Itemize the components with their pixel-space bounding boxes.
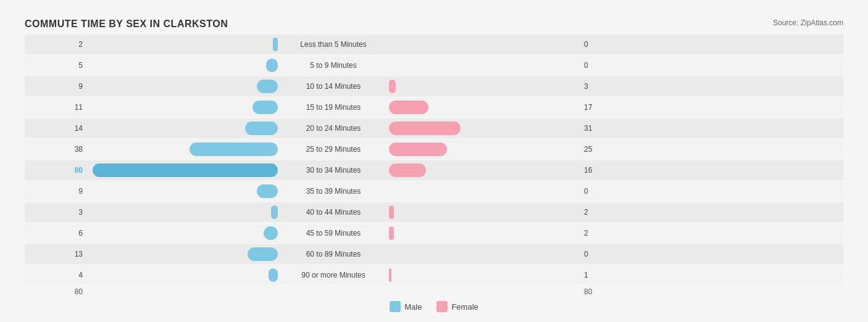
- female-bar-container: [389, 226, 580, 240]
- row-label: Less than 5 Minutes: [278, 40, 389, 49]
- male-bar: [248, 247, 278, 261]
- bar-row: 1115 to 19 Minutes17: [25, 97, 843, 117]
- row-label: 60 to 89 Minutes: [278, 250, 389, 258]
- female-value: 1: [580, 271, 642, 279]
- male-bar: [93, 163, 278, 177]
- axis-right: 80: [580, 287, 642, 296]
- legend-male: Male: [390, 301, 422, 312]
- male-bar-container: [86, 142, 278, 156]
- male-value: 11: [25, 103, 86, 112]
- male-bar-container: [86, 38, 278, 51]
- female-bar: [389, 122, 461, 135]
- legend: Male Female: [25, 301, 843, 312]
- bar-row: 910 to 14 Minutes3: [25, 76, 843, 96]
- male-value: 5: [25, 61, 86, 70]
- male-bar-container: [86, 59, 278, 72]
- male-value: 14: [25, 124, 86, 133]
- row-label: 25 to 29 Minutes: [278, 145, 389, 154]
- male-bar-container: [86, 80, 278, 93]
- male-bar: [271, 205, 278, 219]
- male-value: 9: [25, 187, 86, 196]
- axis-left: 80: [25, 287, 86, 296]
- female-bar-container: [389, 80, 580, 93]
- male-value: 6: [25, 229, 86, 237]
- female-bar-container: [389, 38, 580, 51]
- chart-container: COMMUTE TIME BY SEX IN CLARKSTON Source:…: [12, 12, 856, 322]
- female-value: 0: [580, 250, 642, 258]
- female-bar-container: [389, 205, 580, 219]
- row-label: 10 to 14 Minutes: [278, 82, 389, 91]
- row-label: 15 to 19 Minutes: [278, 103, 389, 112]
- legend-female: Female: [436, 301, 478, 312]
- female-bar: [389, 163, 426, 177]
- row-label: 35 to 39 Minutes: [278, 187, 389, 196]
- male-bar: [266, 59, 278, 72]
- male-value: 3: [25, 208, 86, 217]
- female-bar: [389, 101, 428, 114]
- chart-title: COMMUTE TIME BY SEX IN CLARKSTON: [25, 19, 843, 30]
- female-bar-container: [389, 247, 580, 261]
- male-bar-container: [86, 122, 278, 135]
- bar-row: 8030 to 34 Minutes16: [25, 160, 843, 180]
- axis-row: 80 80: [25, 287, 843, 296]
- female-value: 17: [580, 103, 642, 112]
- female-bar-container: [389, 101, 580, 114]
- bar-row: 935 to 39 Minutes0: [25, 181, 843, 201]
- female-bar-container: [389, 268, 580, 282]
- male-value: 38: [25, 145, 86, 154]
- female-bar-container: [389, 163, 580, 177]
- female-swatch: [436, 301, 448, 312]
- bar-row: 55 to 9 Minutes0: [25, 56, 843, 75]
- female-value: 25: [580, 145, 642, 154]
- row-label: 45 to 59 Minutes: [278, 229, 389, 237]
- male-bar-container: [86, 205, 278, 219]
- row-label: 90 or more Minutes: [278, 271, 389, 279]
- source-text: Source: ZipAtlas.com: [773, 19, 843, 27]
- female-bar: [389, 226, 394, 240]
- chart-area: 2Less than 5 Minutes055 to 9 Minutes0910…: [25, 35, 843, 285]
- female-value: 2: [580, 229, 642, 237]
- male-bar-container: [86, 184, 278, 198]
- female-bar-container: [389, 59, 580, 72]
- female-bar: [389, 268, 391, 282]
- male-bar: [273, 38, 278, 51]
- bar-row: 3825 to 29 Minutes25: [25, 139, 843, 159]
- row-label: 30 to 34 Minutes: [278, 166, 389, 175]
- male-bar-container: [86, 247, 278, 261]
- male-value: 9: [25, 82, 86, 91]
- male-value: 13: [25, 250, 86, 258]
- female-bar-container: [389, 142, 580, 156]
- male-bar-container: [86, 226, 278, 240]
- bar-row: 490 or more Minutes1: [25, 265, 843, 285]
- male-bar: [252, 101, 278, 114]
- female-value: 31: [580, 124, 642, 133]
- male-bar-container: [86, 163, 278, 177]
- bar-row: 1420 to 24 Minutes31: [25, 118, 843, 138]
- male-label: Male: [404, 302, 422, 312]
- female-value: 16: [580, 166, 642, 175]
- male-value: 4: [25, 271, 86, 279]
- row-label: 20 to 24 Minutes: [278, 124, 389, 133]
- female-bar-container: [389, 184, 580, 198]
- female-value: 3: [580, 82, 642, 91]
- bar-row: 1360 to 89 Minutes0: [25, 244, 843, 264]
- male-bar: [269, 268, 278, 282]
- male-swatch: [390, 301, 401, 312]
- female-value: 0: [580, 187, 642, 196]
- male-bar: [190, 142, 278, 156]
- bar-row: 2Less than 5 Minutes0: [25, 35, 843, 54]
- female-label: Female: [451, 302, 478, 312]
- female-bar: [389, 80, 396, 93]
- female-value: 0: [580, 40, 642, 49]
- male-bar: [257, 184, 278, 198]
- male-bar-container: [86, 268, 278, 282]
- male-bar-container: [86, 101, 278, 114]
- row-label: 40 to 44 Minutes: [278, 208, 389, 217]
- female-value: 2: [580, 208, 642, 217]
- bar-row: 645 to 59 Minutes2: [25, 223, 843, 243]
- row-label: 5 to 9 Minutes: [278, 61, 389, 70]
- female-bar: [389, 142, 447, 156]
- bar-row: 340 to 44 Minutes2: [25, 202, 843, 222]
- male-bar: [264, 226, 278, 240]
- female-value: 0: [580, 61, 642, 70]
